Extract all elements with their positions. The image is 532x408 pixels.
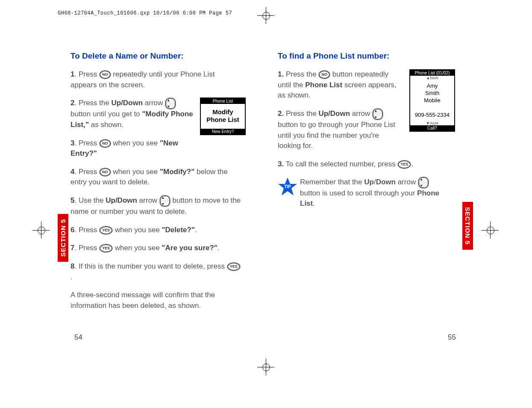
yes-button-icon: YES bbox=[398, 160, 411, 169]
screen-bottom-bar: Call? bbox=[410, 125, 454, 131]
yes-button-icon: YES bbox=[100, 244, 112, 252]
screen-top-bar: Phone List (01/02) bbox=[410, 70, 454, 76]
screen-more: ▼more bbox=[410, 121, 454, 125]
tip-star-icon: TIP bbox=[278, 177, 297, 197]
step-3-left: 3. Press NO when you see "New Entry?" bbox=[71, 138, 194, 159]
tip-text: Remember that the Up/Down arrow button i… bbox=[300, 177, 449, 209]
phone-screen-modify: Phone List Modify Phone List New Entry? bbox=[200, 98, 246, 135]
step-1-left: 1. Press NO repeatedly until your Phone … bbox=[71, 69, 241, 90]
heading-find: To find a Phone List number: bbox=[278, 51, 449, 61]
page-spread: To Delete a Name or Number: 1. Press NO … bbox=[71, 51, 461, 319]
yes-button-icon: YES bbox=[100, 226, 112, 234]
left-column: To Delete a Name or Number: 1. Press NO … bbox=[71, 51, 241, 319]
updown-button-icon bbox=[418, 177, 429, 188]
registration-mark-right bbox=[482, 222, 499, 239]
no-button-icon: NO bbox=[319, 71, 330, 79]
screen-body: Modify Phone List bbox=[201, 104, 245, 129]
section-tab-right: SECTION 5 bbox=[462, 202, 473, 250]
step-6-left: 6. Press YES when you see "Delete?". bbox=[71, 225, 241, 236]
step-2-left: 2. Press the Up/Down arrow button until … bbox=[71, 98, 194, 130]
no-button-icon: NO bbox=[100, 71, 111, 79]
step-3-right: 3. To call the selected number, press YE… bbox=[278, 159, 449, 170]
registration-mark-left bbox=[32, 222, 50, 239]
screen-back: ▲back bbox=[410, 76, 454, 80]
closing-note: A three-second message will confirm that… bbox=[71, 290, 241, 311]
updown-button-icon bbox=[165, 98, 176, 109]
step-2-right: 2. Press the Up/Down arrow button to go … bbox=[278, 109, 402, 151]
step-1-right: 1. Press the NO button repeatedly until … bbox=[278, 69, 402, 101]
tip-block: TIP Remember that the Up/Down arrow butt… bbox=[278, 177, 449, 209]
screen-body: Amy Smith Mobile 909-555-2334 bbox=[410, 80, 454, 121]
no-button-icon: NO bbox=[100, 139, 111, 148]
phone-screen-list: Phone List (01/02) ▲back Amy Smith Mobil… bbox=[409, 69, 455, 132]
screen-bottom-bar: New Entry? bbox=[201, 129, 245, 134]
right-column: To find a Phone List number: 1. Press th… bbox=[278, 51, 449, 319]
no-button-icon: NO bbox=[100, 168, 111, 176]
registration-mark-top bbox=[257, 7, 274, 24]
heading-delete: To Delete a Name or Number: bbox=[71, 51, 241, 61]
yes-button-icon: YES bbox=[227, 263, 240, 271]
section-tab-left: SECTION 5 bbox=[58, 214, 68, 262]
registration-mark-bottom bbox=[257, 358, 274, 375]
updown-button-icon bbox=[373, 109, 383, 120]
page-number-right: 55 bbox=[448, 333, 456, 342]
page-number-left: 54 bbox=[74, 333, 82, 342]
screen-top-bar: Phone List bbox=[201, 98, 245, 104]
step-5-left: 5. Use the Up/Down arrow button to move … bbox=[71, 195, 241, 217]
step-7-left: 7. Press YES when you see "Are you sure?… bbox=[71, 243, 241, 254]
step-4-left: 4. Press NO when you see "Modify?" below… bbox=[71, 167, 241, 188]
updown-button-icon bbox=[160, 195, 170, 207]
header-slug: GH68-12704A_Touch_101606.qxp 10/16/06 6:… bbox=[58, 10, 232, 16]
step-8-left: 8. If this is the number you want to del… bbox=[71, 261, 241, 282]
